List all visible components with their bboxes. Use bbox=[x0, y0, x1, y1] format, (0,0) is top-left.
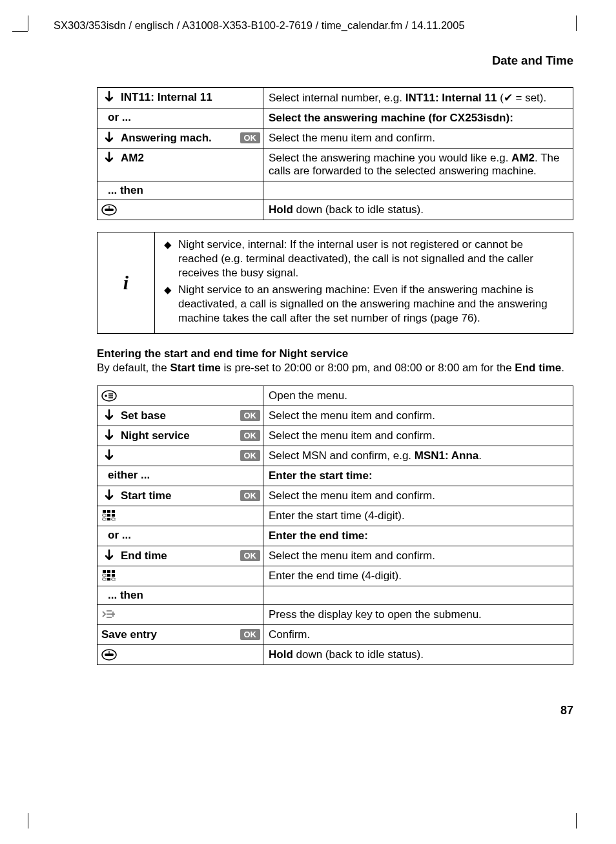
svg-rect-22 bbox=[112, 574, 115, 577]
step-description: Press the display key to open the submen… bbox=[263, 605, 573, 625]
step-description: Select the menu item and confirm. bbox=[263, 129, 573, 149]
step-action: Start timeOK bbox=[98, 486, 263, 506]
step-action: or ... bbox=[98, 108, 263, 129]
svg-rect-10 bbox=[112, 510, 115, 513]
intro-paragraph: By default, the Start time is pre-set to… bbox=[97, 362, 564, 374]
svg-rect-16 bbox=[112, 518, 115, 520]
step-action: INT11: Internal 11 bbox=[98, 88, 263, 108]
ok-button: OK bbox=[240, 132, 261, 143]
procedure-table-1: INT11: Internal 11Select internal number… bbox=[97, 87, 573, 220]
section-title: Date and Time bbox=[37, 54, 573, 68]
svg-rect-32 bbox=[105, 654, 114, 656]
hangup-icon bbox=[100, 648, 118, 661]
svg-rect-25 bbox=[112, 578, 115, 581]
step-action: AM2 bbox=[98, 149, 263, 181]
ok-button: OK bbox=[240, 450, 261, 461]
svg-rect-12 bbox=[107, 514, 110, 517]
step-action bbox=[98, 605, 263, 625]
step-description: Select the menu item and confirm. bbox=[263, 486, 573, 506]
arrow-icon bbox=[100, 549, 118, 563]
ok-button: OK bbox=[240, 629, 261, 640]
step-action: ... then bbox=[98, 181, 263, 200]
step-action: or ... bbox=[98, 526, 263, 546]
svg-rect-11 bbox=[103, 514, 106, 517]
svg-rect-24 bbox=[107, 578, 110, 581]
doc-path: SX303/353isdn / englisch / A31008-X353-B… bbox=[54, 19, 579, 32]
arrow-icon bbox=[100, 131, 118, 145]
step-description: Select the menu item and confirm. bbox=[263, 426, 573, 446]
info-box: i ◆Night service, internal: If the inter… bbox=[97, 232, 573, 334]
arrow-icon bbox=[100, 489, 118, 503]
svg-rect-9 bbox=[107, 510, 110, 513]
svg-rect-20 bbox=[103, 574, 106, 577]
step-action: Save entryOK bbox=[98, 625, 263, 645]
svg-rect-19 bbox=[112, 570, 115, 573]
hangup-icon bbox=[100, 203, 118, 216]
svg-rect-14 bbox=[103, 518, 106, 520]
step-action: OK bbox=[98, 446, 263, 466]
arrow-icon bbox=[100, 449, 118, 463]
page-number: 87 bbox=[37, 704, 573, 717]
step-description bbox=[263, 586, 573, 605]
ok-button: OK bbox=[240, 550, 261, 561]
step-action bbox=[98, 200, 263, 220]
step-description: Enter the end time: bbox=[263, 526, 573, 546]
step-action: Answering mach.OK bbox=[98, 129, 263, 149]
svg-rect-13 bbox=[112, 514, 115, 517]
svg-rect-17 bbox=[103, 570, 106, 573]
step-action: either ... bbox=[98, 466, 263, 486]
step-description: Select the menu item and confirm. bbox=[263, 546, 573, 566]
svg-rect-1 bbox=[105, 209, 114, 211]
keypad-icon bbox=[100, 569, 118, 582]
step-description: Select the answering machine (for CX253i… bbox=[263, 108, 573, 129]
step-action: ... then bbox=[98, 586, 263, 605]
svg-rect-18 bbox=[107, 570, 110, 573]
subheading: Entering the start and end time for Nigh… bbox=[97, 347, 348, 360]
arrow-icon bbox=[100, 90, 118, 105]
arrow-icon bbox=[100, 151, 118, 165]
step-action bbox=[98, 506, 263, 526]
step-action bbox=[98, 645, 263, 665]
menu-icon bbox=[100, 389, 118, 402]
ok-button: OK bbox=[240, 490, 261, 501]
info-icon: i bbox=[123, 272, 128, 293]
step-action bbox=[98, 566, 263, 586]
svg-rect-21 bbox=[107, 574, 110, 577]
arrow-icon bbox=[100, 409, 118, 423]
procedure-table-2: Open the menu.Set baseOKSelect the menu … bbox=[97, 386, 573, 665]
svg-rect-8 bbox=[103, 510, 106, 513]
ok-button: OK bbox=[240, 410, 261, 421]
keypad-icon bbox=[100, 509, 118, 522]
svg-rect-15 bbox=[107, 518, 110, 520]
step-action: Night serviceOK bbox=[98, 426, 263, 446]
step-description bbox=[263, 181, 573, 200]
svg-rect-23 bbox=[103, 578, 106, 581]
info-bullet: ◆Night service to an answering machine: … bbox=[164, 283, 564, 325]
step-description: Hold down (back to idle status). bbox=[263, 645, 573, 665]
step-description: Select the answering machine you would l… bbox=[263, 149, 573, 181]
info-bullet: ◆Night service, internal: If the interna… bbox=[164, 238, 564, 280]
arrow-icon bbox=[100, 429, 118, 443]
step-description: Confirm. bbox=[263, 625, 573, 645]
step-description: Select MSN and confirm, e.g. MSN1: Anna. bbox=[263, 446, 573, 466]
step-description: Enter the start time (4-digit). bbox=[263, 506, 573, 526]
step-description: Open the menu. bbox=[263, 386, 573, 406]
step-description: Select internal number, e.g. INT11: Inte… bbox=[263, 88, 573, 108]
step-action bbox=[98, 386, 263, 406]
step-description: Enter the end time (4-digit). bbox=[263, 566, 573, 586]
step-description: Enter the start time: bbox=[263, 466, 573, 486]
step-description: Select the menu item and confirm. bbox=[263, 406, 573, 426]
step-description: Hold down (back to idle status). bbox=[263, 200, 573, 220]
ok-button: OK bbox=[240, 430, 261, 441]
step-action: End timeOK bbox=[98, 546, 263, 566]
svg-point-4 bbox=[105, 395, 107, 397]
submenu-icon bbox=[100, 608, 118, 621]
step-action: Set baseOK bbox=[98, 406, 263, 426]
